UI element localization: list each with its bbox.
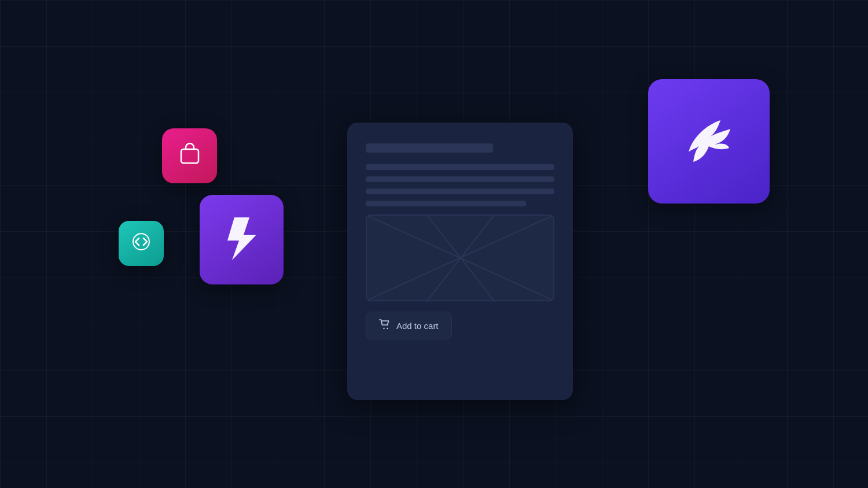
add-to-cart-label: Add to cart (396, 321, 439, 331)
bird-app-icon[interactable] (648, 79, 770, 204)
svg-rect-5 (181, 149, 198, 163)
shop-app-icon[interactable] (162, 128, 217, 183)
body-line-2 (366, 176, 554, 182)
add-to-cart-button[interactable]: Add to cart (366, 312, 452, 339)
code-icon (130, 230, 153, 257)
svg-point-4 (387, 328, 388, 329)
cart-icon (379, 319, 391, 332)
main-scene: Add to cart (231, 94, 637, 394)
svg-point-3 (383, 328, 384, 329)
body-line-1 (366, 164, 554, 170)
body-line-4 (366, 201, 526, 206)
product-card: Add to cart (347, 123, 573, 400)
code-app-icon[interactable] (119, 221, 164, 266)
body-line-3 (366, 188, 554, 194)
image-x-lines (366, 215, 554, 301)
image-placeholder (366, 215, 554, 301)
shop-bag-icon (176, 140, 203, 172)
stackby-icon (222, 213, 262, 267)
bird-icon (677, 109, 741, 175)
title-placeholder (366, 143, 493, 153)
stackby-app-icon[interactable] (200, 195, 284, 284)
body-text-group (366, 164, 554, 206)
